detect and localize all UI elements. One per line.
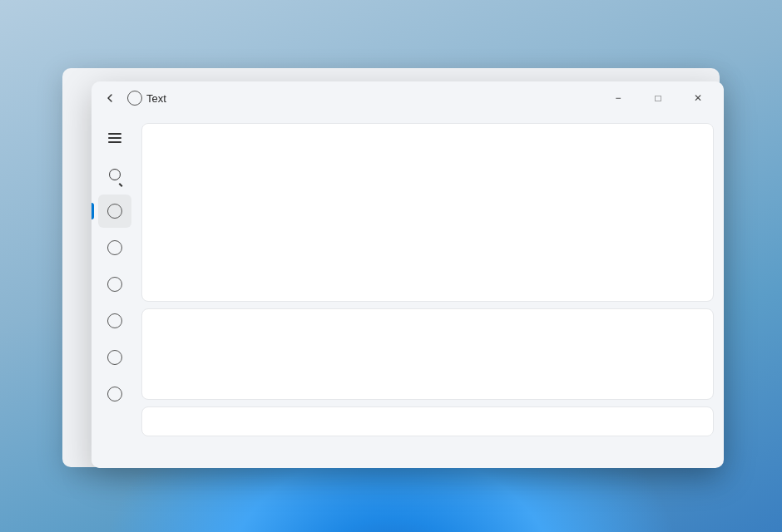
sidebar-item-4[interactable] xyxy=(98,304,131,337)
titlebar: Text − □ ✕ xyxy=(92,81,724,115)
hamburger-icon xyxy=(108,133,121,143)
app-icon xyxy=(126,90,143,106)
app-circle-icon xyxy=(127,91,142,106)
nav-circle-icon-5 xyxy=(107,350,122,365)
back-button[interactable] xyxy=(98,86,121,110)
window-controls: − □ ✕ xyxy=(599,85,717,111)
nav-circle-icon-1 xyxy=(107,204,122,219)
nav-circle-icon-2 xyxy=(107,240,122,255)
sidebar-item-3[interactable] xyxy=(98,268,131,301)
maximize-button[interactable]: □ xyxy=(639,85,677,111)
nav-circle-icon-3 xyxy=(107,277,122,292)
main-window: Text − □ ✕ xyxy=(92,81,724,468)
sidebar-item-5[interactable] xyxy=(98,341,131,374)
sidebar-item-2[interactable] xyxy=(98,231,131,264)
content-area xyxy=(138,115,724,468)
sidebar xyxy=(92,115,138,468)
window-title: Text xyxy=(146,92,599,105)
window-body xyxy=(92,115,724,468)
content-panel-2 xyxy=(141,308,714,400)
sidebar-item-menu[interactable] xyxy=(98,121,131,155)
minimize-button[interactable]: − xyxy=(599,85,637,111)
content-panel-1 xyxy=(141,123,714,302)
sidebar-item-1[interactable] xyxy=(98,195,131,228)
sidebar-item-6[interactable] xyxy=(98,377,131,411)
search-icon xyxy=(109,169,121,180)
content-panel-3 xyxy=(141,406,714,436)
nav-circle-icon-4 xyxy=(107,313,122,328)
sidebar-item-search[interactable] xyxy=(98,158,131,191)
nav-circle-icon-6 xyxy=(107,387,122,401)
close-button[interactable]: ✕ xyxy=(679,85,717,111)
